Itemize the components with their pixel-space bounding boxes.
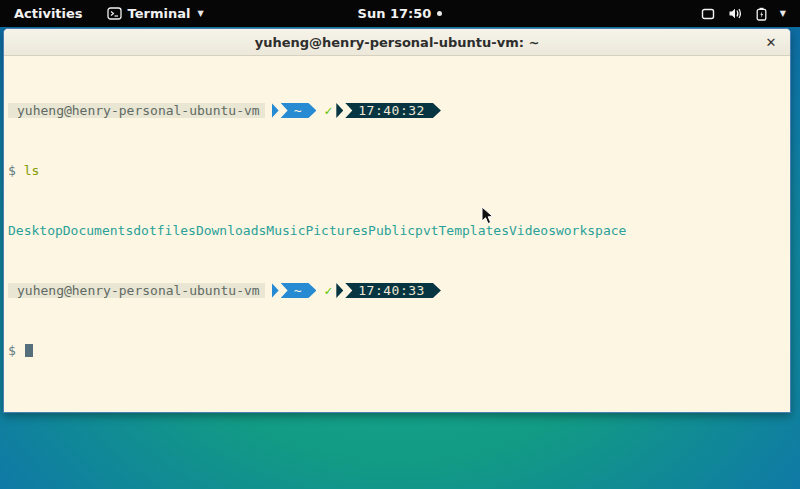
- prompt-user-host: yuheng@henry-personal-ubuntu-vm: [8, 103, 265, 118]
- desktop: { "topbar": { "activities_label": "Activ…: [0, 0, 800, 489]
- prompt-line-2: yuheng@henry-personal-ubuntu-vm ~ ✓ 17:4…: [8, 283, 790, 298]
- typed-command: ls: [24, 163, 40, 178]
- prompt-time: 17:40:33: [345, 283, 441, 298]
- chevron-down-icon: ▼: [780, 10, 786, 18]
- directory-entry: dotfiles: [133, 223, 196, 238]
- prompt-user-host: yuheng@henry-personal-ubuntu-vm: [8, 283, 265, 298]
- terminal-window: yuheng@henry-personal-ubuntu-vm: ~ ✕ yuh…: [3, 28, 791, 413]
- activities-button[interactable]: Activities: [0, 0, 97, 27]
- top-bar: Activities Terminal ▼ Sun 17:50: [0, 0, 800, 27]
- clock-label: Sun 17:50: [358, 6, 432, 21]
- directory-entry: workspace: [556, 223, 626, 238]
- directory-entry: Templates: [439, 223, 509, 238]
- powerline-separator-icon: [272, 103, 279, 118]
- close-button[interactable]: ✕: [762, 29, 780, 55]
- ls-output-line: Desktop Documents dotfiles Downloads Mus…: [8, 223, 790, 238]
- window-titlebar[interactable]: yuheng@henry-personal-ubuntu-vm: ~ ✕: [4, 29, 790, 56]
- text-cursor: [25, 344, 33, 357]
- status-check-icon: ✓: [324, 283, 332, 298]
- prompt-symbol: $: [8, 163, 16, 178]
- chevron-down-icon: ▼: [197, 10, 203, 18]
- directory-entry: Desktop: [8, 223, 63, 238]
- prompt-symbol: $: [8, 343, 16, 358]
- prompt-directory: ~: [281, 283, 317, 298]
- battery-charging-icon: [756, 7, 767, 21]
- powerline-separator-icon: [272, 283, 279, 298]
- prompt-time: 17:40:32: [345, 103, 441, 118]
- directory-entry: pvt: [415, 223, 438, 238]
- status-check-icon: ✓: [324, 103, 332, 118]
- directory-entry: Downloads: [196, 223, 266, 238]
- notification-dot-icon: [437, 11, 442, 16]
- prompt-directory: ~: [281, 103, 317, 118]
- app-menu-label: Terminal: [128, 6, 191, 21]
- terminal-screen[interactable]: yuheng@henry-personal-ubuntu-vm ~ ✓ 17:4…: [4, 56, 790, 403]
- display-icon: [701, 8, 715, 20]
- terminal-icon: [107, 7, 122, 20]
- window-title: yuheng@henry-personal-ubuntu-vm: ~: [255, 35, 540, 50]
- directory-entry: Public: [368, 223, 415, 238]
- powerline-separator-icon: [336, 283, 343, 298]
- spacer: [16, 343, 24, 358]
- directory-entry: Documents: [63, 223, 133, 238]
- prompt-line-1: yuheng@henry-personal-ubuntu-vm ~ ✓ 17:4…: [8, 103, 790, 118]
- system-status-menu[interactable]: ▼: [701, 0, 786, 27]
- app-menu-terminal[interactable]: Terminal ▼: [97, 0, 214, 27]
- command-line: $ ls: [8, 163, 790, 178]
- directory-entry: Videos: [509, 223, 556, 238]
- input-line: $: [8, 343, 790, 358]
- directory-entry: Pictures: [305, 223, 368, 238]
- powerline-separator-icon: [336, 103, 343, 118]
- activities-label: Activities: [14, 6, 83, 21]
- volume-icon: [728, 7, 743, 20]
- spacer: [16, 163, 24, 178]
- directory-entry: Music: [266, 223, 305, 238]
